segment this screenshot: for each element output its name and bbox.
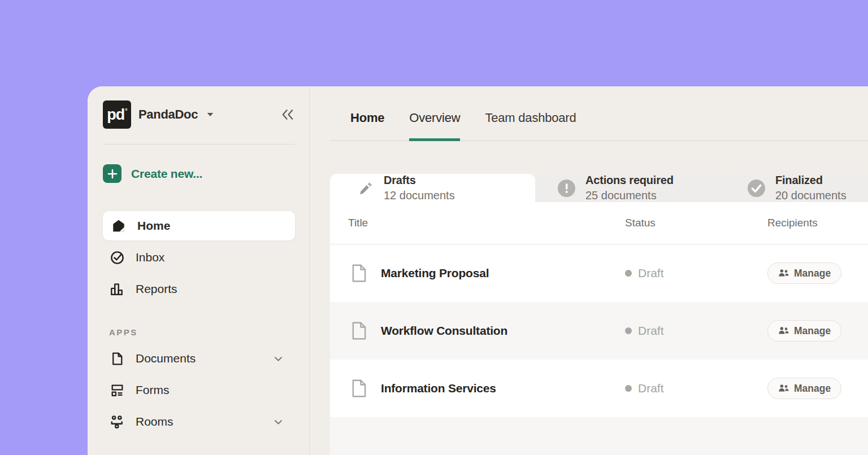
status-label: Draft bbox=[638, 324, 664, 338]
top-tab-bar: Home Overview Team dashboard bbox=[330, 86, 868, 141]
manage-button[interactable]: Manage bbox=[767, 378, 841, 399]
sidebar: pd° PandaDoc Create new... bbox=[88, 86, 310, 455]
summary-tab-count: 25 documents bbox=[585, 189, 674, 202]
summary-tab-drafts[interactable]: Drafts 12 documents bbox=[330, 174, 535, 202]
sidebar-item-inbox[interactable]: Inbox bbox=[103, 242, 295, 273]
app-window: pd° PandaDoc Create new... bbox=[88, 86, 868, 455]
status-dot-icon bbox=[625, 385, 632, 392]
table-header-row: Title Status Recipients bbox=[330, 202, 868, 244]
people-icon bbox=[778, 269, 789, 278]
apps-section-label: APPS bbox=[103, 327, 295, 337]
check-circle-icon bbox=[748, 180, 765, 197]
document-page-icon bbox=[351, 322, 367, 340]
manage-button-label: Manage bbox=[794, 268, 831, 279]
people-icon bbox=[778, 326, 789, 335]
collapse-sidebar-icon[interactable] bbox=[281, 108, 295, 121]
manage-button-label: Manage bbox=[794, 383, 831, 395]
column-header-recipients: Recipients bbox=[767, 217, 868, 229]
summary-tab-count: 20 documents bbox=[775, 189, 847, 202]
pencil-icon bbox=[358, 181, 374, 196]
document-icon bbox=[109, 352, 125, 366]
table-row[interactable]: Workflow Consultation Draft bbox=[330, 302, 868, 360]
brand-row: pd° PandaDoc bbox=[103, 100, 295, 129]
pandadoc-logo: pd° bbox=[103, 100, 131, 129]
sidebar-divider bbox=[103, 144, 295, 145]
tab-overview[interactable]: Overview bbox=[409, 111, 460, 141]
chevron-down-icon[interactable] bbox=[273, 417, 284, 427]
column-header-title: Title bbox=[330, 217, 625, 229]
sidebar-item-label: Inbox bbox=[136, 251, 164, 264]
sidebar-item-label: Documents bbox=[136, 352, 196, 365]
rooms-icon bbox=[109, 414, 125, 429]
document-page-icon bbox=[351, 379, 367, 397]
reports-bar-chart-icon bbox=[109, 282, 125, 296]
summary-tab-title: Actions required bbox=[585, 174, 674, 187]
manage-button-label: Manage bbox=[794, 325, 831, 337]
summary-tab-finalized[interactable]: Finalized 20 documents bbox=[733, 174, 868, 202]
summary-tab-count: 12 documents bbox=[384, 189, 455, 202]
summary-tab-actions-required[interactable]: Actions required 25 documents bbox=[535, 174, 733, 202]
people-icon bbox=[778, 384, 789, 393]
status-label: Draft bbox=[638, 266, 664, 280]
sidebar-item-label: Home bbox=[137, 219, 170, 233]
table-row[interactable]: Information Services Draft bbox=[330, 360, 868, 417]
status-dot-icon bbox=[625, 270, 632, 277]
sidebar-item-reports[interactable]: Reports bbox=[103, 273, 295, 305]
main-content: Home Overview Team dashboard Drafts 12 d… bbox=[310, 86, 868, 455]
column-header-status: Status bbox=[625, 217, 767, 229]
document-summary-tabs: Drafts 12 documents Actions required 25 … bbox=[330, 174, 868, 202]
documents-table: Title Status Recipients Marketing Propos… bbox=[330, 202, 868, 455]
sidebar-item-forms[interactable]: Forms bbox=[103, 374, 295, 406]
sidebar-item-rooms[interactable]: Rooms bbox=[103, 406, 295, 438]
chevron-down-icon[interactable] bbox=[273, 353, 284, 364]
forms-icon bbox=[109, 383, 125, 397]
inbox-check-icon bbox=[109, 250, 125, 265]
tab-home[interactable]: Home bbox=[350, 111, 384, 140]
create-new-button[interactable]: Create new... bbox=[103, 164, 295, 183]
sidebar-item-home[interactable]: Home bbox=[103, 211, 295, 240]
table-row-partial bbox=[330, 417, 868, 455]
document-title: Marketing Proposal bbox=[381, 266, 489, 280]
tab-team-dashboard[interactable]: Team dashboard bbox=[485, 111, 576, 140]
sidebar-item-documents[interactable]: Documents bbox=[103, 343, 295, 374]
status-dot-icon bbox=[625, 327, 632, 334]
table-row[interactable]: Marketing Proposal Draft bbox=[330, 244, 868, 302]
alert-circle-icon bbox=[558, 180, 575, 197]
sidebar-item-label: Reports bbox=[136, 282, 177, 296]
workspace-name: PandaDoc bbox=[138, 107, 198, 122]
document-page-icon bbox=[351, 264, 367, 282]
logo-mark: ° bbox=[125, 107, 127, 114]
logo-text: pd bbox=[107, 106, 124, 124]
create-new-label: Create new... bbox=[131, 167, 202, 181]
summary-tab-title: Drafts bbox=[384, 174, 455, 187]
plus-icon bbox=[103, 164, 121, 183]
document-title: Information Services bbox=[381, 382, 496, 395]
sidebar-nav: Home Inbox bbox=[103, 211, 295, 438]
home-icon bbox=[111, 218, 127, 233]
sidebar-item-label: Rooms bbox=[136, 415, 173, 428]
status-label: Draft bbox=[638, 382, 664, 395]
manage-button[interactable]: Manage bbox=[767, 320, 841, 342]
document-title: Workflow Consultation bbox=[381, 324, 507, 338]
workspace-switcher-caret-icon[interactable] bbox=[205, 110, 215, 120]
summary-tab-title: Finalized bbox=[775, 174, 847, 187]
sidebar-item-label: Forms bbox=[136, 383, 170, 397]
manage-button[interactable]: Manage bbox=[767, 262, 841, 284]
